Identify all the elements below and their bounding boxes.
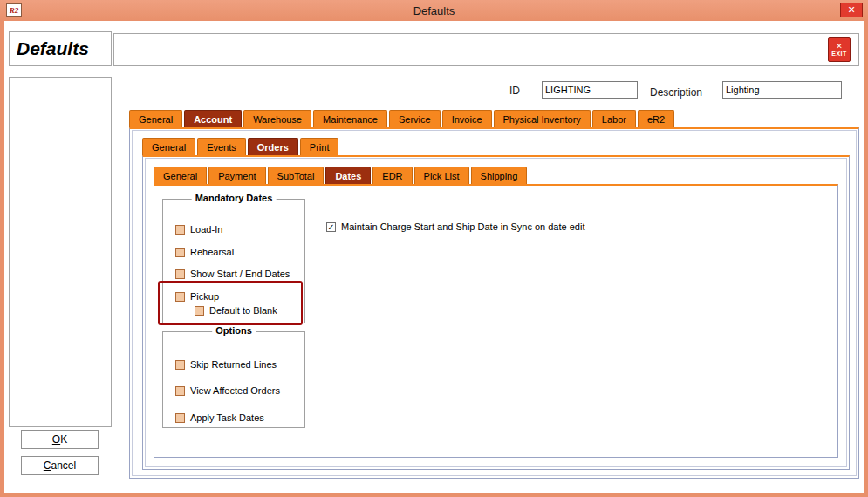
checkbox-maintain-sync[interactable]: ✓ Maintain Charge Start and Ship Date in… [326,220,584,234]
page-title-box: Defaults [9,31,112,66]
rehearsal-checkbox-icon[interactable] [175,248,185,257]
options-title: Options [212,325,256,336]
view-affected-orders-checkbox-icon[interactable] [175,386,185,396]
mandatory-dates-title: Mandatory Dates [192,193,277,203]
tab1-invoice[interactable]: Invoice [442,110,492,127]
tab1-er2[interactable]: eR2 [638,110,674,127]
checkbox-show-start-end-dates[interactable]: Show Start / End Dates [175,267,290,281]
description-field[interactable] [722,81,842,99]
show-start-end-checkbox-icon[interactable] [175,269,185,279]
page-title: Defaults [10,38,89,59]
load-in-label: Load-In [190,224,222,235]
tab2-print[interactable]: Print [300,138,339,155]
apply-task-dates-checkbox-icon[interactable] [175,413,185,423]
id-label: ID [509,85,520,97]
exit-button[interactable]: ✕ EXIT [828,37,851,62]
tab3-payment[interactable]: Payment [208,167,265,184]
defaults-window: R2 Defaults ✕ Defaults OK Cancel ✕ EXIT … [0,0,868,497]
cancel-button[interactable]: Cancel [21,456,99,475]
tab1-labor[interactable]: Labor [592,110,636,127]
tab3-general[interactable]: General [154,167,207,184]
load-in-checkbox-icon[interactable] [175,225,185,235]
checkbox-skip-returned-lines[interactable]: Skip Returned Lines [175,357,277,371]
id-field[interactable] [542,81,638,99]
highlight-rectangle [158,281,303,325]
toolbar: ✕ EXIT [113,33,859,66]
tab-row-level1: General Account Warehouse Maintenance Se… [129,109,674,127]
checkbox-rehearsal[interactable]: Rehearsal [175,245,234,259]
maintain-sync-label: Maintain Charge Start and Ship Date in S… [341,221,584,232]
apply-task-dates-label: Apply Task Dates [190,412,264,423]
view-affected-orders-label: View Affected Orders [190,385,280,396]
tab2-events[interactable]: Events [197,138,246,155]
left-list-box[interactable] [9,77,112,427]
description-label: Description [650,86,702,99]
tab-row-level3: General Payment SubTotal Dates EDR Pick … [154,166,527,184]
app-icon: R2 [6,3,22,17]
tab1-service[interactable]: Service [389,110,441,127]
tab2-general[interactable]: General [142,138,195,155]
maintain-sync-checkbox-icon[interactable]: ✓ [326,222,336,232]
checkbox-load-in[interactable]: Load-In [175,222,222,236]
skip-returned-lines-label: Skip Returned Lines [190,359,277,370]
tab3-pick-list[interactable]: Pick List [414,167,469,184]
tab3-dates[interactable]: Dates [325,167,371,184]
window-title: Defaults [0,4,868,17]
tab1-general[interactable]: General [129,110,182,127]
options-group: Options Skip Returned Lines View Affecte… [162,331,305,428]
tab1-account[interactable]: Account [184,110,242,127]
tab-row-level2: General Events Orders Print [142,137,338,155]
tab1-maintenance[interactable]: Maintenance [313,110,387,127]
exit-icon: ✕ [836,43,843,51]
ok-button[interactable]: OK [21,430,99,449]
tab1-physical-inventory[interactable]: Physical Inventory [494,110,591,127]
tab3-edr[interactable]: EDR [372,167,412,184]
show-start-end-label: Show Start / End Dates [190,269,290,279]
tab2-orders[interactable]: Orders [248,138,298,155]
checkbox-apply-task-dates[interactable]: Apply Task Dates [175,411,264,425]
ok-button-label: OK [52,433,67,446]
rehearsal-label: Rehearsal [190,247,234,257]
tab3-shipping[interactable]: Shipping [471,167,528,184]
cancel-button-label: Cancel [44,460,76,472]
title-bar: R2 Defaults ✕ [0,0,868,21]
checkbox-view-affected-orders[interactable]: View Affected Orders [175,384,280,398]
close-button[interactable]: ✕ [840,3,863,17]
tab3-subtotal[interactable]: SubTotal [268,167,325,184]
tab1-warehouse[interactable]: Warehouse [243,110,311,127]
exit-button-label: EXIT [831,51,847,57]
skip-returned-lines-checkbox-icon[interactable] [175,360,185,370]
